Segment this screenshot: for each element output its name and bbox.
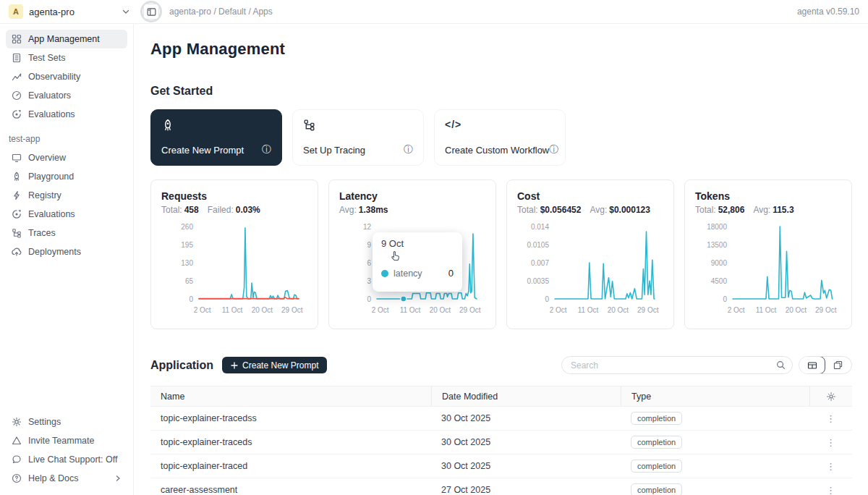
sidebar-item-label: Test Sets: [28, 53, 65, 63]
chat-bubble-icon: [12, 454, 22, 465]
svg-text:2 Oct: 2 Oct: [728, 306, 745, 314]
sidebar-item-label: Traces: [28, 228, 56, 238]
row-more-menu[interactable]: ⋮: [826, 485, 835, 495]
table-settings-gear-icon[interactable]: [826, 392, 836, 402]
svg-text:13500: 13500: [707, 241, 727, 249]
sidebar-item-evaluations-project[interactable]: Evaluations: [6, 205, 127, 224]
sidebar-item-label: Evaluators: [28, 90, 71, 101]
svg-text:0.0035: 0.0035: [527, 277, 549, 285]
sidebar-item-label: Registry: [28, 190, 61, 200]
view-toggle: [799, 356, 852, 374]
table-row[interactable]: topic-explainer-traced 30 Oct 2025 compl…: [150, 454, 852, 478]
sidebar-item-help-docs[interactable]: Help & Docs: [6, 469, 127, 488]
row-more-menu[interactable]: ⋮: [826, 461, 835, 472]
sidebar-item-live-chat[interactable]: Live Chat Support: Off: [6, 450, 127, 469]
workspace-avatar: A: [9, 4, 23, 19]
evaluations-icon: [12, 109, 22, 119]
svg-text:0: 0: [545, 295, 549, 303]
info-icon[interactable]: ⓘ: [404, 143, 413, 156]
search-icon[interactable]: [776, 360, 786, 370]
cursor-pointer-icon: [390, 250, 402, 262]
svg-text:20 Oct: 20 Oct: [252, 306, 273, 314]
latency-chart-card: Latency Avg:1.38ms 0369122 Oct11 Oct20 O…: [328, 179, 496, 329]
row-more-menu[interactable]: ⋮: [826, 413, 835, 424]
requests-chart-card: Requests Total:458 Failed:0.03% 06513019…: [150, 179, 318, 329]
sidebar-item-registry[interactable]: Registry: [6, 186, 127, 205]
search-input[interactable]: [571, 360, 776, 371]
applications-table: Name Date Modified Type topic-explainer-…: [150, 386, 852, 495]
search-box[interactable]: [561, 356, 793, 374]
svg-text:0: 0: [189, 295, 193, 303]
svg-text:18000: 18000: [707, 223, 727, 231]
sidebar-item-deployments[interactable]: Deployments: [6, 242, 127, 261]
svg-text:0.0105: 0.0105: [527, 241, 549, 249]
requests-line-chart: 0651301952602 Oct11 Oct20 Oct29 Oct: [163, 219, 307, 316]
app-date-modified: 27 Oct 2025: [431, 485, 621, 495]
create-new-prompt-button[interactable]: Create New Prompt: [222, 357, 327, 373]
app-date-modified: 30 Oct 2025: [431, 437, 621, 447]
table-row[interactable]: topic-explainer-tracedss 30 Oct 2025 com…: [150, 407, 852, 431]
sidebar-item-invite-teammate[interactable]: Invite Teammate: [6, 431, 127, 450]
info-icon[interactable]: ⓘ: [262, 143, 271, 156]
card-view-icon: [833, 360, 843, 370]
sidebar: App Management Test Sets Observability E…: [0, 24, 134, 495]
traces-tree-icon: [12, 228, 22, 238]
chart-title: Cost: [517, 190, 663, 202]
sidebar-panel-icon: [147, 7, 156, 17]
sidebar-item-label: Evaluations: [28, 109, 75, 119]
sidebar-item-traces[interactable]: Traces: [6, 224, 127, 242]
chart-stats: Total:52,806 Avg:115.3: [695, 205, 841, 215]
type-badge: completion: [631, 483, 682, 495]
breadcrumb[interactable]: agenta-pro / Default / Apps: [169, 7, 273, 17]
svg-text:65: 65: [185, 277, 194, 285]
create-new-prompt-card[interactable]: Create New Prompt ⓘ: [150, 109, 282, 166]
chart-stats: Avg:1.38ms: [339, 205, 485, 215]
observability-icon: [12, 72, 22, 82]
create-custom-workflow-card[interactable]: </> Create Custom Workflow ⓘ: [434, 109, 566, 166]
app-type: completion: [621, 485, 809, 495]
chart-stats: Total:458 Failed:0.03%: [161, 205, 307, 215]
sidebar-item-settings[interactable]: Settings: [6, 412, 127, 431]
column-header-date-modified[interactable]: Date Modified: [431, 386, 621, 406]
column-header-name[interactable]: Name: [150, 392, 431, 402]
svg-text:130: 130: [181, 259, 193, 267]
sidebar-item-label: Evaluations: [28, 209, 75, 219]
card-label: Create Custom Workflow: [445, 145, 549, 156]
workspace-selector[interactable]: A agenta-pro: [9, 4, 130, 19]
chart-stats: Total:$0.056452 Avg:$0.000123: [517, 205, 663, 215]
sidebar-item-evaluations[interactable]: Evaluations: [6, 105, 127, 124]
sidebar-item-playground[interactable]: Playground: [6, 167, 127, 186]
row-more-menu[interactable]: ⋮: [826, 437, 835, 448]
application-heading: Application: [150, 359, 213, 372]
set-up-tracing-card[interactable]: Set Up Tracing ⓘ: [292, 109, 424, 166]
app-version: agenta v0.59.10: [797, 7, 859, 17]
svg-text:6: 6: [367, 259, 371, 267]
table-view-button[interactable]: [799, 356, 825, 374]
sidebar-item-label: Invite Teammate: [28, 436, 94, 446]
table-row[interactable]: topic-explainer-traceds 30 Oct 2025 comp…: [150, 431, 852, 454]
get-started-cards: Create New Prompt ⓘ Set Up Tracing ⓘ </>…: [150, 109, 852, 166]
sidebar-item-evaluators[interactable]: Evaluators: [6, 86, 127, 105]
info-icon[interactable]: ⓘ: [549, 143, 558, 156]
app-name: topic-explainer-traced: [150, 461, 431, 471]
lightning-icon: [12, 190, 22, 200]
monitor-icon: [12, 153, 22, 163]
sidebar-item-app-management[interactable]: App Management: [6, 30, 127, 48]
table-row[interactable]: career-assessment 27 Oct 2025 completion…: [150, 478, 852, 495]
sidebar-toggle-button[interactable]: [143, 4, 159, 20]
sidebar-item-test-sets[interactable]: Test Sets: [6, 48, 127, 67]
svg-text:11 Oct: 11 Oct: [222, 306, 243, 314]
svg-text:11 Oct: 11 Oct: [400, 306, 421, 314]
card-label: Create New Prompt: [161, 145, 244, 156]
svg-text:260: 260: [181, 223, 193, 231]
column-header-type[interactable]: Type: [621, 386, 809, 406]
svg-text:2 Oct: 2 Oct: [550, 306, 567, 314]
svg-text:3: 3: [367, 277, 371, 285]
chevron-right-icon: [114, 475, 122, 482]
chart-title: Requests: [161, 190, 307, 202]
sidebar-item-observability[interactable]: Observability: [6, 67, 127, 86]
sidebar-item-overview[interactable]: Overview: [6, 148, 127, 167]
type-badge: completion: [631, 460, 682, 473]
card-view-button[interactable]: [825, 357, 851, 373]
sidebar-item-label: Settings: [28, 417, 61, 427]
